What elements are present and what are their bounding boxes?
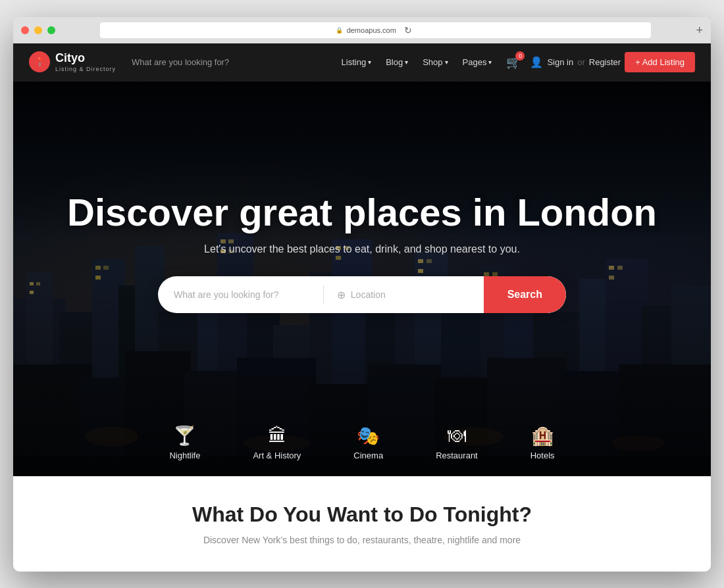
category-art-history[interactable]: 🏛 Art & History xyxy=(253,427,301,460)
add-listing-button[interactable]: + Add Listing xyxy=(625,52,695,72)
category-cinema[interactable]: 🎭 Cinema xyxy=(353,427,383,460)
hero-section: Discover great places in London Let's un… xyxy=(13,82,711,476)
nightlife-icon: 🍸 xyxy=(173,427,196,445)
browser-window: 🔒 demoapus.com ↻ + 📍 Cityo Listing & Dir… xyxy=(13,17,711,572)
location-pin-icon: ⊕ xyxy=(337,289,346,301)
search-location-input[interactable] xyxy=(351,289,471,300)
hero-subtitle: Let's uncover the best places to eat, dr… xyxy=(204,243,520,255)
user-icon: 👤 xyxy=(530,56,543,68)
category-restaurant[interactable]: 🍽 Restaurant xyxy=(436,427,478,460)
sign-in-link[interactable]: Sign in xyxy=(547,57,573,67)
new-tab-button[interactable]: + xyxy=(696,24,703,36)
logo-text: Cityo Listing & Directory xyxy=(55,51,116,72)
hotels-label: Hotels xyxy=(530,451,555,460)
art-history-label: Art & History xyxy=(253,451,301,460)
refresh-button[interactable]: ↻ xyxy=(400,22,416,38)
close-button[interactable] xyxy=(21,26,29,34)
auth-separator: or xyxy=(577,57,585,67)
bottom-subtitle: Discover New York’s best things to do, r… xyxy=(26,535,698,545)
logo-subtitle: Listing & Directory xyxy=(55,66,116,73)
listing-chevron-icon: ▾ xyxy=(368,59,371,66)
navbar: 📍 Cityo Listing & Directory Listing ▾ Bl… xyxy=(13,43,711,82)
bottom-section: What Do You Want to Do Tonight? Discover… xyxy=(13,476,711,572)
pages-chevron-icon: ▾ xyxy=(488,59,492,66)
cinema-label: Cinema xyxy=(353,451,383,460)
hotels-icon: 🏨 xyxy=(531,427,554,445)
search-what-input[interactable] xyxy=(158,289,323,300)
blog-chevron-icon: ▾ xyxy=(405,59,408,66)
cart-badge: 0 xyxy=(515,51,525,61)
search-bar: ⊕ Search xyxy=(158,276,566,313)
register-link[interactable]: Register xyxy=(589,57,621,67)
restaurant-icon: 🍽 xyxy=(448,427,466,445)
categories-bar: 🍸 Nightlife 🏛 Art & History 🎭 Cinema 🍽 R… xyxy=(13,427,711,476)
hero-content: Discover great places in London Let's un… xyxy=(13,82,711,476)
art-history-icon: 🏛 xyxy=(268,427,286,445)
hero-title: Discover great places in London xyxy=(67,191,657,233)
bottom-title: What Do You Want to Do Tonight? xyxy=(26,502,698,527)
nightlife-label: Nightlife xyxy=(169,451,200,460)
category-nightlife[interactable]: 🍸 Nightlife xyxy=(169,427,200,460)
logo-icon: 📍 xyxy=(29,51,50,72)
nav-search-input[interactable] xyxy=(132,57,237,67)
shop-chevron-icon: ▾ xyxy=(445,59,448,66)
cinema-icon: 🎭 xyxy=(357,427,380,445)
logo-title: Cityo xyxy=(55,51,116,66)
cart-button[interactable]: 🛒 0 xyxy=(501,53,526,72)
listing-nav-link[interactable]: Listing ▾ xyxy=(336,55,377,70)
auth-links: 👤 Sign in or Register xyxy=(530,56,621,68)
maximize-button[interactable] xyxy=(47,26,55,34)
logo[interactable]: 📍 Cityo Listing & Directory xyxy=(29,51,116,72)
restaurant-label: Restaurant xyxy=(436,451,478,460)
pages-nav-link[interactable]: Pages ▾ xyxy=(457,55,498,70)
blog-nav-link[interactable]: Blog ▾ xyxy=(380,55,413,70)
lock-icon: 🔒 xyxy=(336,27,343,34)
shop-nav-link[interactable]: Shop ▾ xyxy=(417,55,453,70)
nav-links: Listing ▾ Blog ▾ Shop ▾ Pages ▾ 🛒 0 👤 xyxy=(336,52,695,72)
search-location-wrapper: ⊕ xyxy=(324,289,484,301)
minimize-button[interactable] xyxy=(34,26,42,34)
browser-chrome: 🔒 demoapus.com ↻ + xyxy=(13,17,711,43)
category-hotels[interactable]: 🏨 Hotels xyxy=(530,427,555,460)
address-bar[interactable]: 🔒 demoapus.com ↻ xyxy=(100,22,651,38)
url-text: demoapus.com xyxy=(347,26,396,34)
search-button[interactable]: Search xyxy=(484,276,566,313)
